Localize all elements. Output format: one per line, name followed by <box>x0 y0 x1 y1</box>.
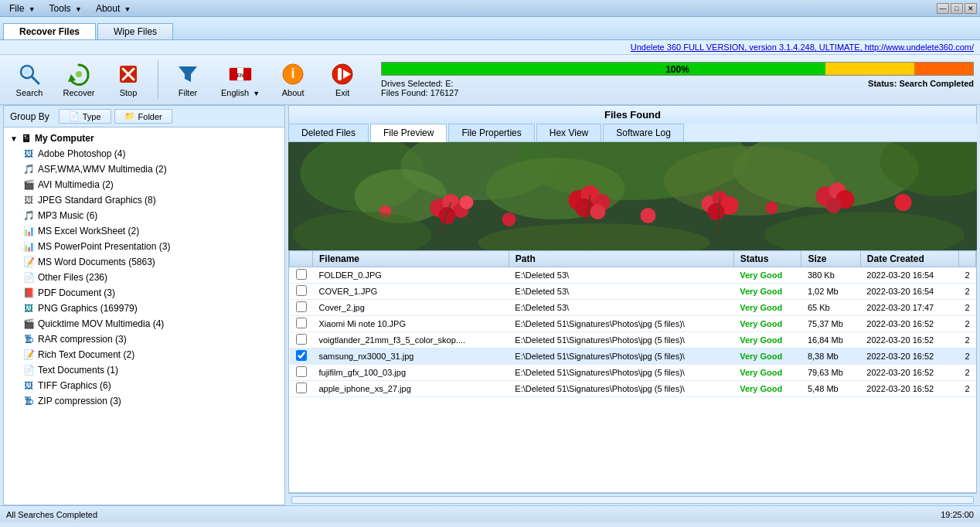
tree-item-ppt[interactable]: 📊 MS PowerPoint Presentation (3) <box>19 239 281 254</box>
row-checkbox-cell[interactable] <box>290 300 313 316</box>
tab-hex-view[interactable]: Hex View <box>536 124 601 141</box>
row-checkbox-cell[interactable] <box>290 316 313 332</box>
tab-file-properties[interactable]: File Properties <box>448 124 534 141</box>
tree-item-txt[interactable]: 📄 Text Documents (1) <box>19 362 281 378</box>
table-row[interactable]: FOLDER_0.JPG E:\Deleted 53\ Very Good 38… <box>290 267 976 284</box>
row-path: E:\Deleted 51\Signatures\Photos\jpg (5 f… <box>509 348 733 365</box>
recover-label: Recover <box>63 88 95 97</box>
svg-rect-12 <box>243 68 251 80</box>
tree-item-zip[interactable]: 🗜 ZIP compression (3) <box>19 393 281 409</box>
tree-item-jpeg[interactable]: 🖼 JPEG Standard Graphics (8) <box>19 192 281 208</box>
row-checkbox[interactable] <box>296 334 307 345</box>
svg-point-32 <box>460 196 474 209</box>
tree-item-other[interactable]: 📄 Other Files (236) <box>19 270 281 285</box>
tree-item-rtf[interactable]: 📝 Rich Text Document (2) <box>19 347 281 362</box>
table-row[interactable]: voigtlander_21mm_f3_5_color_skop.... E:\… <box>290 332 976 348</box>
search-button[interactable]: Search <box>6 58 53 101</box>
table-row[interactable]: samsung_nx3000_31.jpg E:\Deleted 51\Sign… <box>290 348 976 365</box>
menu-file[interactable]: File ▼ <box>3 2 42 15</box>
row-checkbox-cell[interactable] <box>290 284 313 300</box>
tab-file-preview[interactable]: File Preview <box>370 124 447 142</box>
col-filename[interactable]: Filename <box>313 251 509 267</box>
menu-tools[interactable]: Tools ▼ <box>43 2 88 15</box>
language-label: English ▼ <box>221 88 260 97</box>
row-checkbox[interactable] <box>296 366 307 377</box>
row-status: Very Good <box>733 300 801 316</box>
status-info: Status: Search Completed <box>868 79 974 97</box>
table-row[interactable]: COVER_1.JPG E:\Deleted 53\ Very Good 1,0… <box>290 284 976 300</box>
row-checkbox[interactable] <box>296 382 307 393</box>
col-size[interactable]: Size <box>801 251 860 267</box>
table-row[interactable]: Cover_2.jpg E:\Deleted 53\ Very Good 65 … <box>290 300 976 316</box>
menu-about[interactable]: About ▼ <box>90 2 138 15</box>
row-checkbox-cell[interactable] <box>290 332 313 348</box>
row-checkbox[interactable] <box>296 301 307 312</box>
row-checkbox[interactable] <box>296 269 307 280</box>
tree-item-rar[interactable]: 🗜 RAR compression (3) <box>19 332 281 347</box>
group-by-type-button[interactable]: 📄 Type <box>59 109 111 124</box>
tree-item-mp3[interactable]: 🎵 MP3 Music (6) <box>19 208 281 223</box>
row-path: E:\Deleted 53\ <box>509 284 733 300</box>
row-checkbox[interactable] <box>296 350 307 361</box>
row-extra: 2 <box>958 348 975 365</box>
tree-root-my-computer[interactable]: ▼ 🖥 My Computer <box>7 131 281 146</box>
exit-button[interactable]: Exit <box>319 58 366 101</box>
preview-area <box>288 142 977 250</box>
table-row[interactable]: apple_iphone_xs_27.jpg E:\Deleted 51\Sig… <box>290 381 976 397</box>
tree-item-label: MS Word Documents (5863) <box>38 257 155 267</box>
stop-button[interactable]: Stop <box>105 58 151 101</box>
about-button[interactable]: i About <box>270 58 316 101</box>
tab-software-log[interactable]: Software Log <box>603 124 684 141</box>
row-size: 1,02 Mb <box>801 284 860 300</box>
col-date[interactable]: Date Created <box>860 251 958 267</box>
tree-item-mov[interactable]: 🎬 Quicktime MOV Multimedia (4) <box>19 316 281 332</box>
col-status[interactable]: Status <box>733 251 801 267</box>
tree-item-png[interactable]: 🖼 PNG Graphics (169979) <box>19 301 281 316</box>
row-checkbox-cell[interactable] <box>290 348 313 365</box>
recover-button[interactable]: Recover <box>56 58 102 101</box>
right-panel: Files Found Deleted Files File Preview F… <box>288 105 977 505</box>
row-checkbox[interactable] <box>296 285 307 296</box>
row-path: E:\Deleted 51\Signatures\Photos\jpg (5 f… <box>509 316 733 332</box>
language-button[interactable]: EN English ▼ <box>214 58 267 101</box>
row-checkbox[interactable] <box>296 318 307 328</box>
tree-item-word[interactable]: 📝 MS Word Documents (5863) <box>19 254 281 270</box>
table-row[interactable]: fujifilm_gfx_100_03.jpg E:\Deleted 51\Si… <box>290 365 976 381</box>
tab-wipe-files[interactable]: Wipe Files <box>97 23 173 39</box>
maximize-button[interactable]: □ <box>951 3 963 14</box>
horizontal-scrollbar[interactable] <box>291 496 974 504</box>
row-checkbox-cell[interactable] <box>290 267 313 284</box>
tab-recover-files[interactable]: Recover Files <box>3 23 96 39</box>
status-bar: All Searches Completed 19:25:00 <box>0 505 980 522</box>
close-button[interactable]: ✕ <box>965 3 977 14</box>
tree-item-label: Adobe Photoshop (4) <box>38 148 125 159</box>
col-path[interactable]: Path <box>509 251 733 267</box>
tree-item-pdf[interactable]: 📕 PDF Document (3) <box>19 285 281 301</box>
row-date: 2022-03-20 16:52 <box>860 316 958 332</box>
tab-deleted-files[interactable]: Deleted Files <box>288 124 369 141</box>
row-path: E:\Deleted 51\Signatures\Photos\jpg (5 f… <box>509 381 733 397</box>
row-size: 380 Kb <box>801 267 860 284</box>
tree-item-label: MS PowerPoint Presentation (3) <box>38 241 170 252</box>
filter-button[interactable]: Filter <box>165 58 211 101</box>
row-checkbox-cell[interactable] <box>290 381 313 397</box>
recover-icon <box>66 62 91 87</box>
tree-root-label: My Computer <box>35 133 94 144</box>
svg-point-4 <box>76 71 82 77</box>
row-checkbox-cell[interactable] <box>290 365 313 381</box>
tree-item-photoshop[interactable]: 🖼 Adobe Photoshop (4) <box>19 146 281 162</box>
tree-item-label: Quicktime MOV Multimedia (4) <box>38 318 164 329</box>
tree-item-tiff[interactable]: 🖼 TIFF Graphics (6) <box>19 378 281 393</box>
svg-point-37 <box>590 204 606 219</box>
files-found-header: Files Found <box>288 105 977 124</box>
group-by-folder-button[interactable]: 📁 Folder <box>114 109 172 124</box>
row-filename: voigtlander_21mm_f3_5_color_skop.... <box>313 332 509 348</box>
tree-item-asf[interactable]: 🎵 ASF,WMA,WMV Multimedia (2) <box>19 162 281 177</box>
tree-item-label: AVI Multimedia (2) <box>38 179 114 190</box>
tree-item-avi[interactable]: 🎬 AVI Multimedia (2) <box>19 177 281 192</box>
row-status: Very Good <box>733 365 801 381</box>
tree-item-excel[interactable]: 📊 MS Excel WorkSheet (2) <box>19 223 281 239</box>
minimize-button[interactable]: — <box>937 3 949 14</box>
table-row[interactable]: Xiaomi Mi note 10.JPG E:\Deleted 51\Sign… <box>290 316 976 332</box>
app-link[interactable]: Undelete 360 FULL VERSION, version 3.1.4… <box>631 42 974 52</box>
